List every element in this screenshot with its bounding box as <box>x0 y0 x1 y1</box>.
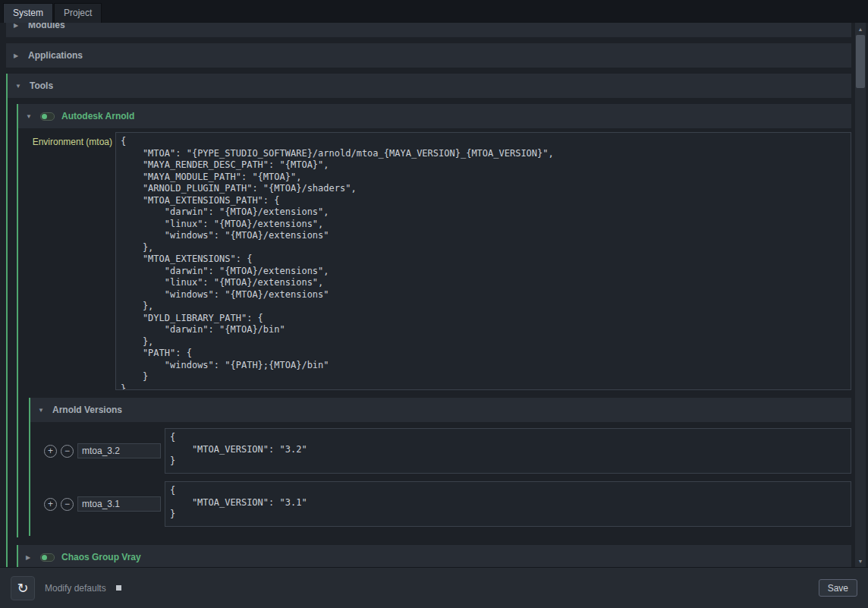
group-chaos-group-vray: ▶ Chaos Group Vray <box>17 545 851 567</box>
collapsed-arrow-icon: ▶ <box>14 52 21 59</box>
section-modules-header[interactable]: ▶ Modules <box>6 23 851 37</box>
expanded-arrow-icon: ▼ <box>26 113 33 120</box>
group-chaos-group-vray-header[interactable]: ▶ Chaos Group Vray <box>18 545 851 567</box>
scroll-up-icon[interactable]: ▲ <box>855 24 866 34</box>
section-applications-title: Applications <box>28 50 83 61</box>
tool-enabled-toggle[interactable] <box>40 112 55 121</box>
add-version-button[interactable]: + <box>44 498 57 511</box>
settings-scroll-area: ▶ Modules ▶ Applications ▼ Tools ▼ <box>0 23 854 567</box>
footer-bar: ↻ Modify defaults Save <box>0 567 868 608</box>
scroll-down-icon[interactable]: ▼ <box>855 556 866 566</box>
environment-label: Environment (mtoa) <box>18 132 115 147</box>
collapsed-arrow-icon: ▶ <box>26 554 33 561</box>
section-tools-title: Tools <box>30 80 53 91</box>
modify-defaults-checkbox[interactable] <box>116 585 121 591</box>
group-autodesk-arnold-header[interactable]: ▼ Autodesk Arnold <box>18 104 851 128</box>
group-chaos-group-vray-title: Chaos Group Vray <box>61 552 141 562</box>
section-modules: ▶ Modules <box>6 23 851 37</box>
version-name-input[interactable] <box>77 496 161 512</box>
tool-enabled-toggle[interactable] <box>40 553 55 562</box>
section-modules-title: Modules <box>28 23 65 30</box>
modify-defaults-label: Modify defaults <box>45 583 106 594</box>
add-version-button[interactable]: + <box>44 445 57 458</box>
save-button[interactable]: Save <box>819 579 857 597</box>
environment-row: Environment (mtoa) { "MTOA": "{PYPE_STUD… <box>18 132 851 390</box>
section-applications: ▶ Applications <box>6 43 851 68</box>
collapsed-arrow-icon: ▶ <box>14 23 21 29</box>
expanded-arrow-icon: ▼ <box>38 407 46 414</box>
environment-editor[interactable]: { "MTOA": "{PYPE_STUDIO_SOFTWARE}/arnold… <box>115 132 851 390</box>
refresh-icon: ↻ <box>17 580 28 597</box>
group-autodesk-arnold-body: Environment (mtoa) { "MTOA": "{PYPE_STUD… <box>18 128 851 537</box>
section-arnold-versions-header[interactable]: ▼ Arnold Versions <box>30 398 851 422</box>
expanded-arrow-icon: ▼ <box>15 83 23 90</box>
version-row: + − { "MTOA_VERSION": "3.1" } <box>44 481 851 527</box>
group-autodesk-arnold-title: Autodesk Arnold <box>61 111 134 121</box>
section-arnold-versions-title: Arnold Versions <box>52 405 122 415</box>
refresh-button[interactable]: ↻ <box>11 576 35 600</box>
settings-window: System Project ▶ Modules ▶ Applications … <box>0 0 868 608</box>
tab-system[interactable]: System <box>3 3 53 23</box>
section-tools-body: ▼ Autodesk Arnold Environment (mtoa) { "… <box>8 98 851 567</box>
section-arnold-versions: ▼ Arnold Versions + − { "MTOA_VERSION": … <box>29 398 851 536</box>
version-row: + − { "MTOA_VERSION": "3.2" } <box>44 428 851 474</box>
tab-project[interactable]: Project <box>54 3 102 23</box>
version-env-editor[interactable]: { "MTOA_VERSION": "3.1" } <box>165 481 851 527</box>
version-env-editor[interactable]: { "MTOA_VERSION": "3.2" } <box>165 428 851 474</box>
section-tools-header[interactable]: ▼ Tools <box>8 74 851 98</box>
section-arnold-versions-body: + − { "MTOA_VERSION": "3.2" } + − <box>30 422 851 536</box>
vertical-scrollbar[interactable]: ▲ ▼ <box>855 23 866 567</box>
scrollbar-thumb[interactable] <box>856 35 865 88</box>
section-applications-header[interactable]: ▶ Applications <box>6 43 851 68</box>
version-name-input[interactable] <box>77 443 161 458</box>
tab-bar: System Project <box>0 0 868 23</box>
section-tools: ▼ Tools ▼ Autodesk Arnold Environment (m… <box>6 74 851 567</box>
group-autodesk-arnold: ▼ Autodesk Arnold Environment (mtoa) { "… <box>17 104 851 537</box>
remove-version-button[interactable]: − <box>61 445 74 458</box>
remove-version-button[interactable]: − <box>61 498 74 511</box>
